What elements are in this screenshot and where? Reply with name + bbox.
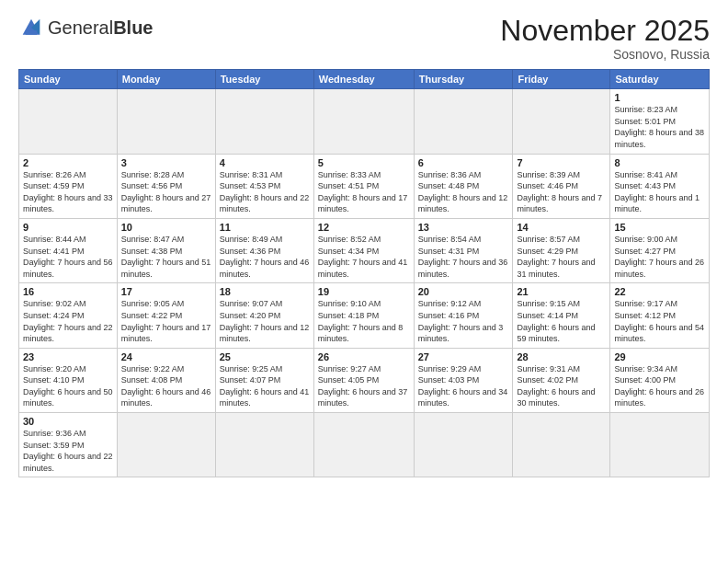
day-info: Sunrise: 9:15 AM Sunset: 4:14 PM Dayligh…	[517, 298, 606, 344]
day-info: Sunrise: 8:54 AM Sunset: 4:31 PM Dayligh…	[418, 234, 509, 280]
day-number: 28	[517, 351, 606, 362]
day-info: Sunrise: 9:25 AM Sunset: 4:07 PM Dayligh…	[220, 363, 310, 409]
calendar-cell: 24Sunrise: 9:22 AM Sunset: 4:08 PM Dayli…	[117, 348, 215, 412]
day-info: Sunrise: 9:27 AM Sunset: 4:05 PM Dayligh…	[318, 363, 410, 409]
day-info: Sunrise: 9:10 AM Sunset: 4:18 PM Dayligh…	[318, 298, 410, 344]
calendar-cell: 14Sunrise: 8:57 AM Sunset: 4:29 PM Dayli…	[513, 218, 610, 282]
day-number: 7	[517, 157, 606, 168]
calendar-cell	[117, 413, 215, 477]
calendar-cell: 18Sunrise: 9:07 AM Sunset: 4:20 PM Dayli…	[215, 283, 313, 348]
day-info: Sunrise: 8:52 AM Sunset: 4:34 PM Dayligh…	[318, 234, 410, 280]
day-number: 8	[614, 157, 705, 168]
calendar-table: Sunday Monday Tuesday Wednesday Thursday…	[18, 69, 710, 477]
day-number: 15	[614, 222, 705, 233]
svg-rect-2	[26, 30, 37, 35]
day-number: 22	[614, 286, 705, 297]
day-number: 1	[614, 92, 705, 103]
day-info: Sunrise: 9:12 AM Sunset: 4:16 PM Dayligh…	[418, 298, 509, 344]
calendar-cell: 15Sunrise: 9:00 AM Sunset: 4:27 PM Dayli…	[610, 218, 710, 282]
header-saturday: Saturday	[610, 70, 710, 89]
calendar-cell: 30Sunrise: 9:36 AM Sunset: 3:59 PM Dayli…	[19, 413, 118, 477]
day-info: Sunrise: 8:31 AM Sunset: 4:53 PM Dayligh…	[220, 169, 310, 215]
days-header-row: Sunday Monday Tuesday Wednesday Thursday…	[19, 70, 710, 89]
day-info: Sunrise: 8:28 AM Sunset: 4:56 PM Dayligh…	[121, 169, 211, 215]
header: GeneralBlue November 2025 Sosnovo, Russi…	[18, 15, 710, 62]
header-friday: Friday	[513, 70, 610, 89]
day-info: Sunrise: 8:47 AM Sunset: 4:38 PM Dayligh…	[121, 234, 211, 280]
header-thursday: Thursday	[414, 70, 513, 89]
calendar-cell: 12Sunrise: 8:52 AM Sunset: 4:34 PM Dayli…	[313, 218, 414, 282]
calendar-cell: 9Sunrise: 8:44 AM Sunset: 4:41 PM Daylig…	[19, 218, 118, 282]
title-block: November 2025 Sosnovo, Russia	[500, 15, 710, 62]
day-info: Sunrise: 8:44 AM Sunset: 4:41 PM Dayligh…	[23, 234, 113, 280]
day-number: 4	[220, 157, 310, 168]
day-info: Sunrise: 9:31 AM Sunset: 4:02 PM Dayligh…	[517, 363, 606, 409]
calendar-week-row: 16Sunrise: 9:02 AM Sunset: 4:24 PM Dayli…	[19, 283, 710, 348]
calendar-cell	[513, 413, 610, 477]
day-number: 10	[121, 222, 211, 233]
day-number: 13	[418, 222, 509, 233]
calendar-cell: 17Sunrise: 9:05 AM Sunset: 4:22 PM Dayli…	[117, 283, 215, 348]
calendar-cell: 4Sunrise: 8:31 AM Sunset: 4:53 PM Daylig…	[215, 154, 313, 218]
day-info: Sunrise: 9:02 AM Sunset: 4:24 PM Dayligh…	[23, 298, 113, 344]
day-info: Sunrise: 8:57 AM Sunset: 4:29 PM Dayligh…	[517, 234, 606, 280]
page: GeneralBlue November 2025 Sosnovo, Russi…	[0, 0, 728, 563]
calendar-week-row: 1Sunrise: 8:23 AM Sunset: 5:01 PM Daylig…	[19, 89, 710, 154]
header-sunday: Sunday	[19, 70, 118, 89]
calendar-cell: 19Sunrise: 9:10 AM Sunset: 4:18 PM Dayli…	[313, 283, 414, 348]
calendar-week-row: 23Sunrise: 9:20 AM Sunset: 4:10 PM Dayli…	[19, 348, 710, 412]
calendar-cell	[215, 413, 313, 477]
day-number: 9	[23, 222, 113, 233]
day-number: 16	[23, 286, 113, 297]
calendar-cell: 1Sunrise: 8:23 AM Sunset: 5:01 PM Daylig…	[610, 89, 710, 154]
calendar-cell: 29Sunrise: 9:34 AM Sunset: 4:00 PM Dayli…	[610, 348, 710, 412]
calendar-cell: 22Sunrise: 9:17 AM Sunset: 4:12 PM Dayli…	[610, 283, 710, 348]
day-number: 27	[418, 351, 509, 362]
day-number: 12	[318, 222, 410, 233]
day-info: Sunrise: 8:33 AM Sunset: 4:51 PM Dayligh…	[318, 169, 410, 215]
day-number: 2	[23, 157, 113, 168]
day-number: 23	[23, 351, 113, 362]
day-info: Sunrise: 9:00 AM Sunset: 4:27 PM Dayligh…	[614, 234, 705, 280]
day-info: Sunrise: 8:36 AM Sunset: 4:48 PM Dayligh…	[418, 169, 509, 215]
logo: GeneralBlue	[18, 15, 154, 40]
day-info: Sunrise: 8:49 AM Sunset: 4:36 PM Dayligh…	[220, 234, 310, 280]
day-number: 24	[121, 351, 211, 362]
calendar-cell	[414, 89, 513, 154]
day-number: 6	[418, 157, 509, 168]
calendar-cell: 3Sunrise: 8:28 AM Sunset: 4:56 PM Daylig…	[117, 154, 215, 218]
calendar-cell	[513, 89, 610, 154]
day-info: Sunrise: 9:17 AM Sunset: 4:12 PM Dayligh…	[614, 298, 705, 344]
calendar-cell: 28Sunrise: 9:31 AM Sunset: 4:02 PM Dayli…	[513, 348, 610, 412]
calendar-cell	[313, 413, 414, 477]
calendar-cell: 26Sunrise: 9:27 AM Sunset: 4:05 PM Dayli…	[313, 348, 414, 412]
calendar-cell: 7Sunrise: 8:39 AM Sunset: 4:46 PM Daylig…	[513, 154, 610, 218]
calendar-cell: 25Sunrise: 9:25 AM Sunset: 4:07 PM Dayli…	[215, 348, 313, 412]
day-number: 14	[517, 222, 606, 233]
calendar-cell	[414, 413, 513, 477]
day-info: Sunrise: 8:23 AM Sunset: 5:01 PM Dayligh…	[614, 104, 705, 150]
day-info: Sunrise: 9:34 AM Sunset: 4:00 PM Dayligh…	[614, 363, 705, 409]
calendar-cell	[117, 89, 215, 154]
logo-text: GeneralBlue	[48, 18, 154, 37]
calendar-subtitle: Sosnovo, Russia	[500, 47, 710, 62]
calendar-cell: 8Sunrise: 8:41 AM Sunset: 4:43 PM Daylig…	[610, 154, 710, 218]
day-number: 11	[220, 222, 310, 233]
calendar-week-row: 30Sunrise: 9:36 AM Sunset: 3:59 PM Dayli…	[19, 413, 710, 477]
day-info: Sunrise: 8:39 AM Sunset: 4:46 PM Dayligh…	[517, 169, 606, 215]
calendar-cell	[610, 413, 710, 477]
day-info: Sunrise: 9:07 AM Sunset: 4:20 PM Dayligh…	[220, 298, 310, 344]
calendar-title: November 2025	[500, 15, 710, 47]
day-number: 5	[318, 157, 410, 168]
calendar-cell: 2Sunrise: 8:26 AM Sunset: 4:59 PM Daylig…	[19, 154, 118, 218]
header-monday: Monday	[117, 70, 215, 89]
day-info: Sunrise: 9:05 AM Sunset: 4:22 PM Dayligh…	[121, 298, 211, 344]
header-tuesday: Tuesday	[215, 70, 313, 89]
calendar-cell: 10Sunrise: 8:47 AM Sunset: 4:38 PM Dayli…	[117, 218, 215, 282]
day-number: 21	[517, 286, 606, 297]
day-info: Sunrise: 9:29 AM Sunset: 4:03 PM Dayligh…	[418, 363, 509, 409]
day-number: 20	[418, 286, 509, 297]
day-number: 18	[220, 286, 310, 297]
calendar-cell: 21Sunrise: 9:15 AM Sunset: 4:14 PM Dayli…	[513, 283, 610, 348]
calendar-cell	[19, 89, 118, 154]
